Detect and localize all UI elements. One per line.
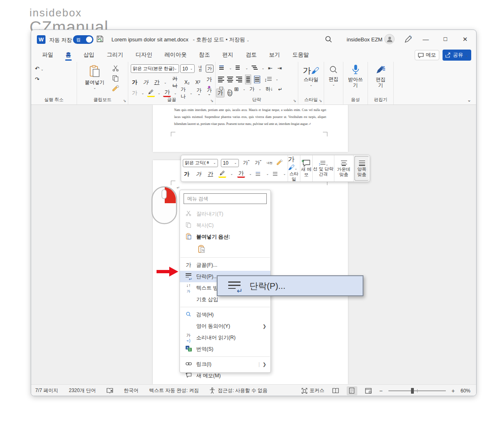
font-dialog-launcher[interactable]: ⇘ — [210, 99, 213, 103]
styles-button[interactable]: 가🖌 스타일 ⌄ — [298, 65, 324, 87]
highlight-color-button[interactable]: 🖉 — [147, 89, 155, 97]
paragraph-dialog-launcher[interactable]: ⇘ — [293, 99, 296, 103]
mini-phonetic-button[interactable]: 내천 — [266, 161, 274, 165]
justify-button[interactable] — [245, 75, 251, 84]
mini-new-comment-button[interactable]: 새 메모 — [300, 155, 313, 181]
numbering-button[interactable] — [234, 64, 243, 72]
font-size-combo[interactable]: 10⌄ — [180, 64, 195, 73]
decrease-indent-button[interactable]: ⇤ — [267, 65, 274, 72]
menu-item-translate[interactable]: a文 번역(S) — [180, 343, 270, 355]
read-mode-button[interactable] — [330, 386, 341, 395]
zoom-out-button[interactable]: − — [379, 388, 383, 394]
clipboard-dialog-launcher[interactable]: ⇘ — [123, 99, 126, 103]
close-button[interactable]: ✕ — [461, 35, 470, 44]
zoom-level[interactable]: 60% — [461, 388, 470, 394]
inking-icon[interactable] — [404, 35, 412, 43]
proofing-icon[interactable] — [107, 388, 113, 394]
mini-justify-button[interactable]: 양쪽 맞춤 — [354, 156, 369, 181]
cut-button[interactable] — [112, 65, 119, 73]
mini-center-button[interactable]: 가운데 맞춤 — [334, 155, 354, 181]
tab-layout[interactable]: 레이아웃 — [160, 49, 191, 61]
font-name-combo[interactable]: 맑은 고딕(본문 한글)⌄ — [131, 64, 179, 73]
menu-item-read-aloud[interactable]: 가⌁) 소리내어 읽기(R) — [180, 332, 270, 343]
search-icon[interactable] — [325, 35, 333, 43]
phonetic-guide-button[interactable]: 내천 — [196, 65, 204, 73]
font-color-button[interactable]: 가 — [163, 89, 171, 97]
share-button[interactable]: 공유 ⌄ — [443, 50, 471, 61]
copy-button[interactable] — [112, 75, 119, 83]
menu-item-search[interactable]: 검색(H) — [180, 309, 270, 320]
mini-font-color-button[interactable]: 가 — [237, 170, 245, 178]
line-spacing-button[interactable]: ↕ — [263, 75, 273, 83]
menu-item-synonyms[interactable]: 영어 동의어(Y) ❯ — [180, 320, 270, 332]
account-name[interactable]: insideBox EZM — [347, 36, 382, 43]
tab-help[interactable]: 도움말 — [288, 49, 314, 61]
mini-font-name-combo[interactable]: 맑은 고딕(ᇂ⌄ — [183, 159, 218, 167]
undo-button[interactable]: ↶ ⌄ — [34, 65, 45, 72]
mini-styles-button[interactable]: 가🖌⌄ 스타일 — [288, 155, 300, 181]
bold-button[interactable]: 가 — [131, 78, 138, 86]
document-page-1[interactable]: Nam quis enim interdum, pretium ante qui… — [153, 105, 348, 152]
accessibility-indicator[interactable]: 접근성: 사용할 수 없음 — [209, 387, 267, 394]
editing-button[interactable]: 편집 ⌄ — [324, 65, 343, 86]
increase-indent-button[interactable]: ⇥ — [276, 65, 283, 72]
align-right-button[interactable] — [236, 76, 242, 83]
menu-item-cut[interactable]: 잘라내기(T) — [180, 208, 270, 220]
mini-shrink-font-button[interactable]: 가ˇ — [254, 159, 263, 167]
text-effects-button[interactable]: 가 — [131, 89, 138, 97]
web-layout-button[interactable] — [363, 386, 374, 395]
menu-item-new-comment[interactable]: 새 메모(M) — [180, 370, 270, 381]
bullets-button[interactable] — [218, 64, 227, 72]
show-marks-button[interactable]: ↵ — [277, 86, 284, 93]
character-border-button[interactable]: 가 — [206, 65, 213, 73]
paste-button[interactable]: 붙여넣기 ⌄ — [83, 65, 107, 90]
account-avatar[interactable] — [384, 34, 395, 44]
underline-button[interactable]: 간 — [153, 78, 161, 86]
redo-button[interactable]: ↷ — [34, 76, 41, 83]
editor-button[interactable]: 편집기 — [368, 64, 393, 88]
save-icon[interactable] — [96, 35, 104, 43]
word-app-icon[interactable]: W — [37, 35, 45, 44]
subscript-button[interactable]: X₂ — [183, 79, 191, 86]
mini-bold-button[interactable]: 가 — [183, 170, 191, 178]
menu-search-input[interactable]: 메뉴 검색 — [184, 193, 267, 204]
tab-draw[interactable]: 그리기 — [102, 49, 128, 61]
menu-item-copy[interactable]: 복사(C) — [180, 220, 270, 231]
mini-italic-button[interactable]: 가 — [195, 170, 202, 178]
document-title[interactable]: Lorem ipsum dolor sit amet.docx - 호환성 모드… — [111, 36, 249, 43]
comments-button[interactable]: 메모 — [415, 50, 439, 60]
page-indicator[interactable]: 7/7 페이지 — [35, 387, 58, 394]
menu-item-link[interactable]: 링크(I) | ❯ — [180, 358, 270, 370]
language-indicator[interactable]: 한국어 — [124, 387, 138, 394]
tab-insert[interactable]: 삽입 — [79, 49, 99, 61]
shading-fill-button[interactable]: ⛉ — [218, 86, 225, 93]
tab-view[interactable]: 보기 — [265, 49, 285, 61]
zoom-slider-thumb[interactable] — [411, 388, 414, 394]
superscript-button[interactable]: X² — [194, 79, 202, 86]
minimize-button[interactable]: — — [421, 35, 430, 44]
focus-mode-button[interactable]: 포커스 — [302, 387, 325, 394]
text-autocomplete-indicator[interactable]: 텍스트 자동 완성: 켜짐 — [149, 387, 199, 394]
tab-references[interactable]: 참조 — [195, 49, 215, 61]
print-layout-button[interactable] — [347, 386, 357, 395]
tab-review[interactable]: 검토 — [241, 49, 261, 61]
format-painter-button[interactable] — [112, 85, 119, 93]
sort-button[interactable]: 하↓ — [264, 85, 274, 93]
mini-numbering-button[interactable] — [273, 171, 279, 177]
tab-mailings[interactable]: 편지 — [218, 49, 238, 61]
distribute-button[interactable] — [254, 76, 260, 83]
multilevel-list-button[interactable] — [250, 64, 259, 72]
tab-file[interactable]: 파일 — [38, 49, 58, 61]
tab-design[interactable]: 디자인 — [131, 49, 157, 61]
mini-line-spacing-button[interactable]: ↕⌄ 선 및 단락 간격 — [313, 155, 334, 181]
collapse-ribbon-icon[interactable]: ⌄ — [467, 97, 471, 103]
zoom-in-button[interactable]: + — [452, 388, 455, 394]
mini-grow-font-button[interactable]: 가ˆ — [242, 159, 251, 167]
align-center-button[interactable] — [227, 76, 233, 83]
tab-home[interactable]: 홈 — [61, 49, 76, 61]
maximize-button[interactable]: ☐ — [441, 35, 450, 44]
borders-button[interactable]: ⊞ — [233, 86, 240, 93]
styles-dialog-launcher[interactable]: ⇘ — [319, 99, 322, 103]
autosave-toggle[interactable]: 켬 — [73, 35, 93, 44]
italic-button[interactable]: 가 — [142, 78, 150, 86]
